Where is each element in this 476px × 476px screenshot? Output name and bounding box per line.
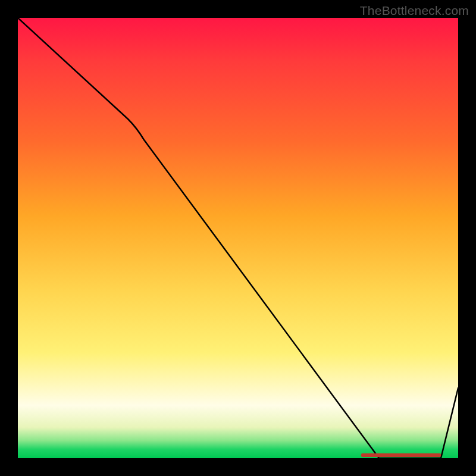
heat-gradient-background [18, 18, 458, 458]
optimal-range-marker [361, 453, 441, 457]
plot-area [18, 18, 458, 458]
source-attribution: TheBottleneck.com [360, 4, 469, 18]
chart-frame: TheBottleneck.com [0, 0, 476, 476]
